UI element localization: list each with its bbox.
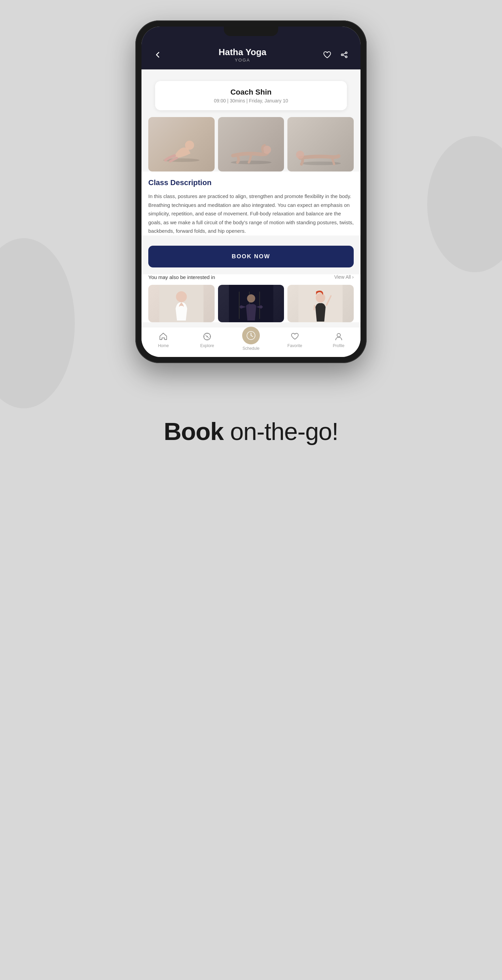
phone-screen: Hatha Yoga YOGA	[141, 27, 361, 357]
page-subtitle: YOGA	[219, 57, 267, 63]
svg-point-6	[185, 140, 194, 150]
coach-name: Coach Shin	[162, 88, 340, 97]
svg-point-18	[247, 294, 255, 302]
tagline-bold: Book	[164, 418, 224, 445]
phone-device: Hatha Yoga YOGA	[135, 21, 367, 363]
nav-item-favorite[interactable]: Favorite	[273, 331, 317, 351]
tagline-container: Book on-the-go!	[164, 397, 338, 445]
svg-point-1	[341, 54, 343, 56]
phone-shell: Hatha Yoga YOGA	[135, 21, 367, 363]
explore-label: Explore	[200, 343, 214, 348]
tagline-rest: on-the-go!	[224, 418, 338, 445]
schedule-icon-circle	[242, 327, 260, 344]
svg-line-4	[343, 55, 345, 56]
nav-item-schedule[interactable]: Schedule	[229, 331, 273, 351]
background-blob-right	[427, 136, 502, 272]
profile-icon	[334, 331, 344, 342]
svg-point-12	[176, 291, 187, 302]
yoga-images-grid	[148, 117, 354, 172]
view-all-button[interactable]: View All ›	[334, 274, 354, 280]
rec-image-3[interactable]	[288, 285, 354, 322]
nav-item-profile[interactable]: Profile	[317, 331, 361, 351]
back-button[interactable]	[152, 49, 164, 61]
tagline: Book on-the-go!	[164, 417, 338, 445]
recommendations-section: You may also be interested in View All ›	[141, 274, 361, 322]
svg-point-20	[316, 293, 326, 302]
nav-item-explore[interactable]: Explore	[185, 331, 229, 351]
header-center: Hatha Yoga YOGA	[219, 47, 267, 63]
schedule-label: Schedule	[243, 346, 259, 351]
page-title: Hatha Yoga	[219, 47, 267, 57]
rec-images-grid	[148, 285, 354, 322]
rec-title: You may also be interested in	[148, 274, 215, 280]
rec-header: You may also be interested in View All ›	[148, 274, 354, 280]
svg-point-2	[345, 56, 347, 58]
coach-details: 09:00 | 30mins | Friday, January 10	[162, 98, 340, 103]
home-label: Home	[158, 343, 169, 348]
bottom-navigation: Home	[141, 327, 361, 357]
description-text: In this class, postures are practiced to…	[148, 192, 354, 235]
header-right	[321, 49, 350, 61]
app-header: Hatha Yoga YOGA	[141, 43, 361, 69]
profile-label: Profile	[333, 343, 345, 348]
coach-card: Coach Shin 09:00 | 30mins | Friday, Janu…	[155, 81, 347, 110]
svg-point-30	[337, 334, 340, 337]
yoga-image-1	[148, 117, 214, 172]
favorite-icon	[290, 331, 300, 342]
yoga-image-2	[218, 117, 284, 172]
yoga-image-3	[288, 117, 354, 172]
svg-line-29	[251, 336, 253, 337]
book-now-button[interactable]: BOOK NOW	[148, 246, 354, 267]
heart-button[interactable]	[321, 49, 333, 61]
svg-point-0	[345, 52, 347, 54]
favorite-label: Favorite	[288, 343, 302, 348]
nav-item-home[interactable]: Home	[141, 331, 185, 351]
background-blob-left	[0, 238, 75, 408]
class-description-section: Class Description In this class, posture…	[141, 172, 361, 235]
svg-line-3	[343, 53, 345, 54]
section-title: Class Description	[148, 178, 354, 187]
svg-point-10	[296, 151, 304, 159]
explore-icon	[202, 331, 212, 342]
phone-notch	[224, 27, 278, 36]
svg-point-8	[263, 146, 271, 154]
header-left	[152, 49, 164, 61]
rec-image-2[interactable]	[218, 285, 284, 322]
svg-point-22	[207, 336, 208, 337]
home-icon	[158, 331, 168, 342]
share-button[interactable]	[338, 49, 350, 61]
rec-image-1[interactable]	[148, 285, 214, 322]
